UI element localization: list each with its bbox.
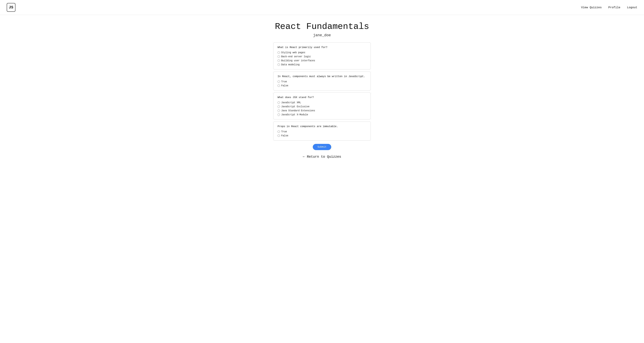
navbar: JS View Quizzes Profile Logout (0, 0, 644, 15)
radio-q3-o4[interactable] (278, 114, 280, 116)
radio-q3-o3[interactable] (278, 110, 280, 112)
option-label-q1-o4[interactable]: Data modeling (278, 63, 366, 66)
option-label-q1-o2[interactable]: Back-end server logic (278, 55, 366, 58)
radio-q3-o2[interactable] (278, 105, 280, 108)
radio-q3-o1[interactable] (278, 101, 280, 104)
option-label-q4-o1[interactable]: True (278, 130, 366, 133)
option-label-q3-o4[interactable]: JavaScript X-Module (278, 113, 366, 116)
option-text-q2-o1: True (281, 80, 287, 83)
radio-q1-o1[interactable] (278, 51, 280, 54)
question-card-2: In React, components must always be writ… (273, 72, 371, 91)
option-text-q3-o1: JavaScript XML (281, 101, 301, 104)
option-label-q2-o1[interactable]: True (278, 80, 366, 83)
main-content: React Fundamentals jane_doe What is Reac… (0, 15, 644, 172)
logo: JS (7, 3, 16, 12)
option-text-q3-o3: Java Standard Extensions (281, 109, 315, 112)
nav-links: View Quizzes Profile Logout (581, 6, 637, 9)
option-text-q3-o2: JavaScript Exclusive (281, 105, 310, 108)
option-label-q3-o3[interactable]: Java Standard Extensions (278, 109, 366, 112)
submit-button[interactable]: Submit (313, 144, 331, 150)
questions-container: What is React primarily used for?Styling… (273, 43, 371, 141)
radio-q2-o1[interactable] (278, 80, 280, 83)
option-text-q1-o3: Building user interfaces (281, 59, 315, 62)
radio-q2-o2[interactable] (278, 85, 280, 87)
nav-profile[interactable]: Profile (608, 6, 620, 9)
option-label-q2-o2[interactable]: False (278, 84, 366, 87)
radio-q4-o1[interactable] (278, 130, 280, 133)
return-to-quizzes-link[interactable]: ← Return to Quizzes (303, 155, 341, 159)
radio-q1-o2[interactable] (278, 55, 280, 58)
nav-logout[interactable]: Logout (627, 6, 637, 9)
option-text-q1-o1: Styling web pages (281, 51, 305, 54)
question-text-2: In React, components must always be writ… (278, 75, 366, 78)
question-card-1: What is React primarily used for?Styling… (273, 43, 371, 70)
option-text-q4-o2: False (281, 134, 288, 137)
question-card-3: What does JSX stand for?JavaScript XMLJa… (273, 93, 371, 120)
option-label-q1-o3[interactable]: Building user interfaces (278, 59, 366, 62)
option-label-q3-o2[interactable]: JavaScript Exclusive (278, 105, 366, 108)
logo-text: JS (9, 5, 13, 10)
question-text-3: What does JSX stand for? (278, 96, 366, 99)
option-text-q1-o2: Back-end server logic (281, 55, 311, 58)
nav-view-quizzes[interactable]: View Quizzes (581, 6, 602, 9)
option-text-q1-o4: Data modeling (281, 63, 300, 66)
radio-q1-o3[interactable] (278, 60, 280, 62)
option-label-q1-o1[interactable]: Styling web pages (278, 51, 366, 54)
option-text-q4-o1: True (281, 130, 287, 133)
option-label-q3-o1[interactable]: JavaScript XML (278, 101, 366, 104)
question-text-4: Props in React components are immutable. (278, 125, 366, 128)
submit-area: Submit (313, 144, 331, 150)
radio-q1-o4[interactable] (278, 64, 280, 66)
option-text-q3-o4: JavaScript X-Module (281, 113, 308, 116)
quiz-title: React Fundamentals (275, 22, 369, 32)
option-text-q2-o2: False (281, 84, 288, 87)
question-card-4: Props in React components are immutable.… (273, 122, 371, 141)
radio-q4-o2[interactable] (278, 135, 280, 137)
question-text-1: What is React primarily used for? (278, 46, 366, 49)
option-label-q4-o2[interactable]: False (278, 134, 366, 137)
quiz-username: jane_doe (313, 33, 331, 38)
